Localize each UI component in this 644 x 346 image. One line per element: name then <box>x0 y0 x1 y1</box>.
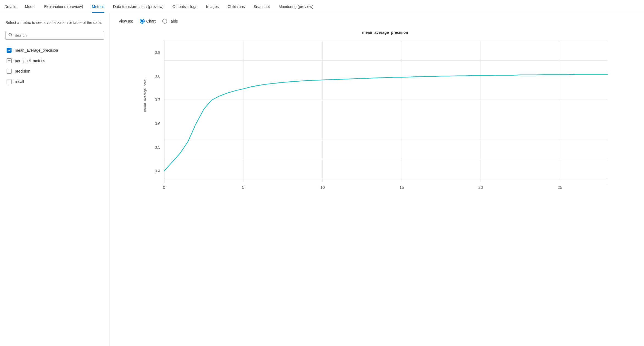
radio-chart-outer <box>140 19 145 24</box>
checkbox-recall[interactable] <box>7 79 12 84</box>
checkbox-precision[interactable] <box>7 69 12 74</box>
metric-item-recall[interactable]: recall <box>5 76 104 87</box>
sidebar-description: Select a metric to see a visualization o… <box>5 20 104 26</box>
chart-container: mean_average_precision <box>119 30 635 201</box>
radio-chart[interactable]: Chart <box>140 19 156 24</box>
radio-table-label: Table <box>169 19 178 23</box>
metric-label-per-label-metrics: per_label_metrics <box>15 59 45 63</box>
chart-title: mean_average_precision <box>135 30 635 35</box>
view-as-row: View as: Chart Table <box>119 19 635 24</box>
nav-outputs-logs[interactable]: Outputs + logs <box>172 1 197 13</box>
svg-text:0.8: 0.8 <box>155 74 161 78</box>
view-as-label: View as: <box>119 19 133 23</box>
search-icon <box>9 33 12 38</box>
nav-model[interactable]: Model <box>25 1 35 13</box>
svg-text:20: 20 <box>478 185 483 190</box>
radio-chart-inner <box>141 20 144 23</box>
content-area: View as: Chart Table mean_average_precis… <box>110 13 644 346</box>
top-nav: Details Model Explanations (preview) Met… <box>0 0 644 13</box>
sidebar: Select a metric to see a visualization o… <box>0 13 110 346</box>
radio-table-outer <box>162 19 167 24</box>
chart-inner: 0.9 0.8 0.7 0.6 0.5 0.4 0 5 10 15 20 25 … <box>119 38 635 192</box>
radio-table[interactable]: Table <box>162 19 178 24</box>
svg-text:15: 15 <box>399 185 404 190</box>
nav-metrics[interactable]: Metrics <box>92 1 104 13</box>
svg-text:0.9: 0.9 <box>155 50 161 55</box>
nav-monitoring[interactable]: Monitoring (preview) <box>279 1 313 13</box>
metric-item-precision[interactable]: precision <box>5 66 104 76</box>
metric-label-precision: precision <box>15 69 30 73</box>
nav-data-transformation[interactable]: Data transformation (preview) <box>113 1 164 13</box>
chart-svg: 0.9 0.8 0.7 0.6 0.5 0.4 0 5 10 15 20 25 … <box>119 38 635 192</box>
metric-label-recall: recall <box>15 79 24 84</box>
svg-text:mean_average_prec...: mean_average_prec... <box>143 76 147 112</box>
metric-item-mean-average-precision[interactable]: mean_average_precision <box>5 45 104 56</box>
svg-text:10: 10 <box>320 185 325 190</box>
nav-explanations[interactable]: Explanations (preview) <box>44 1 83 13</box>
nav-child-runs[interactable]: Child runs <box>228 1 245 13</box>
nav-snapshot[interactable]: Snapshot <box>254 1 270 13</box>
svg-text:5: 5 <box>242 185 244 190</box>
metric-item-per-label-metrics[interactable]: per_label_metrics <box>5 56 104 66</box>
metric-label-mean-average-precision: mean_average_precision <box>15 48 58 52</box>
checkbox-mean-average-precision[interactable] <box>7 48 12 53</box>
radio-chart-label: Chart <box>146 19 156 23</box>
svg-text:0.5: 0.5 <box>155 145 161 150</box>
metric-list: mean_average_precision per_label_metrics… <box>5 45 104 87</box>
search-box[interactable] <box>5 31 104 40</box>
checkbox-per-label-metrics[interactable] <box>7 58 12 63</box>
svg-text:0: 0 <box>163 185 165 190</box>
nav-images[interactable]: Images <box>206 1 219 13</box>
svg-text:25: 25 <box>558 185 562 190</box>
main-layout: Select a metric to see a visualization o… <box>0 13 644 346</box>
nav-details[interactable]: Details <box>4 1 16 13</box>
search-input[interactable] <box>15 33 101 38</box>
svg-line-1 <box>11 36 12 37</box>
svg-text:0.4: 0.4 <box>155 168 161 173</box>
svg-text:0.7: 0.7 <box>155 97 161 102</box>
svg-text:0.6: 0.6 <box>155 121 161 126</box>
